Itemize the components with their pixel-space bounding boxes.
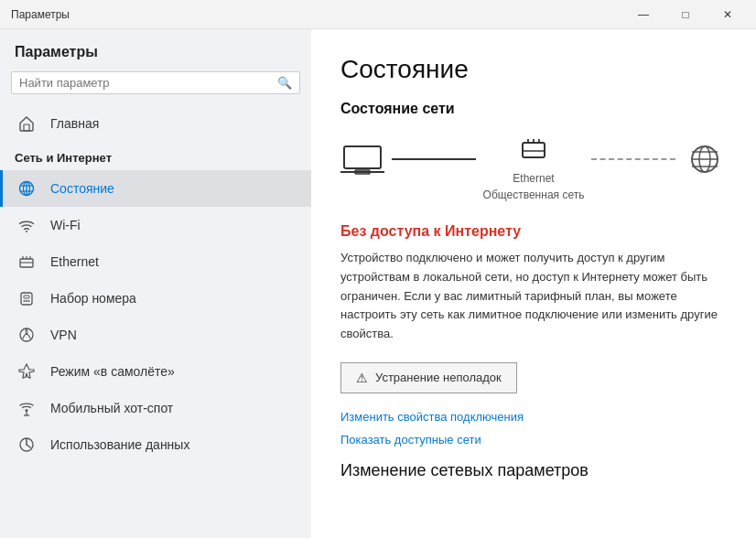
network-status-title: Состояние сети xyxy=(340,101,727,117)
sidebar-item-hotspot-label: Мобильный хот-спот xyxy=(50,401,173,415)
change-section-title: Изменение сетевых параметров xyxy=(340,461,727,480)
svg-rect-13 xyxy=(24,296,29,298)
close-button[interactable]: ✕ xyxy=(707,0,749,29)
sidebar-item-ethernet-label: Ethernet xyxy=(50,254,99,269)
sidebar-item-status-label: Состояние xyxy=(50,181,114,196)
network-line-solid xyxy=(392,158,476,160)
ethernet-port-icon xyxy=(519,135,548,168)
minimize-button[interactable]: — xyxy=(622,0,664,29)
sidebar-search-box[interactable]: 🔍 xyxy=(11,71,300,94)
sidebar-item-airplane-label: Режим «в самолёте» xyxy=(50,364,175,379)
globe-icon xyxy=(683,143,727,176)
show-networks-link[interactable]: Показать доступные сети xyxy=(340,433,727,447)
search-icon: 🔍 xyxy=(277,76,292,90)
sidebar-item-wifi[interactable]: Wi-Fi xyxy=(0,207,311,243)
sidebar-item-status[interactable]: Состояние xyxy=(0,170,311,207)
sidebar-item-dialup-label: Набор номера xyxy=(50,291,136,306)
sidebar-item-home[interactable]: Главная xyxy=(0,105,311,142)
svg-rect-22 xyxy=(344,146,381,168)
svg-point-16 xyxy=(28,300,30,302)
wifi-icon xyxy=(17,216,38,234)
titlebar: Параметры — □ ✕ xyxy=(0,0,756,29)
sidebar-item-datausage-label: Использование данных xyxy=(50,437,189,452)
no-internet-label: Без доступа к Интернету xyxy=(340,223,727,240)
network-type-label: Общественная сеть xyxy=(483,188,585,201)
sidebar-item-vpn[interactable]: VPN xyxy=(0,317,311,353)
svg-point-14 xyxy=(24,300,26,302)
sidebar-item-vpn-label: VPN xyxy=(50,328,77,342)
ethernet-icon xyxy=(17,253,38,271)
sidebar-item-wifi-label: Wi-Fi xyxy=(50,218,81,232)
hotspot-icon xyxy=(17,399,38,417)
laptop-icon-container xyxy=(340,143,384,194)
laptop-icon xyxy=(340,143,384,176)
sidebar-item-airplane[interactable]: Режим «в самолёте» xyxy=(0,353,311,390)
search-input[interactable] xyxy=(19,76,277,90)
sidebar-item-hotspot[interactable]: Мобильный хот-спот xyxy=(0,390,311,426)
globe-icon-container xyxy=(683,143,727,194)
ethernet-label: Ethernet xyxy=(513,172,554,185)
troubleshoot-button[interactable]: ⚠ Устранение неполадок xyxy=(340,362,517,393)
sidebar-section-label: Сеть и Интернет xyxy=(0,142,311,170)
sidebar-item-datausage[interactable]: Использование данных xyxy=(0,426,311,463)
sidebar-item-dialup[interactable]: Набор номера xyxy=(0,280,311,317)
main-content: Состояние Состояние сети xyxy=(311,29,756,538)
sidebar-header: Параметры xyxy=(0,29,311,68)
svg-point-18 xyxy=(26,409,28,412)
sidebar-item-ethernet[interactable]: Ethernet xyxy=(0,243,311,280)
svg-rect-0 xyxy=(24,124,29,131)
home-icon xyxy=(17,114,38,133)
svg-point-6 xyxy=(26,231,27,232)
ethernet-port-container: Ethernet Общественная сеть xyxy=(483,135,585,201)
content-area: Параметры 🔍 Главная Сеть и Интернет xyxy=(0,29,756,538)
page-title: Состояние xyxy=(340,55,727,84)
troubleshoot-label: Устранение неполадок xyxy=(375,371,502,384)
status-icon xyxy=(17,179,38,198)
window-title: Параметры xyxy=(11,8,70,21)
description-text: Устройство подключено и может получить д… xyxy=(340,249,725,344)
network-line-dashed xyxy=(591,158,675,160)
svg-point-15 xyxy=(26,300,27,302)
sidebar: Параметры 🔍 Главная Сеть и Интернет xyxy=(0,29,311,538)
titlebar-controls: — □ ✕ xyxy=(622,0,749,29)
network-diagram: Ethernet Общественная сеть xyxy=(340,135,727,201)
vpn-icon xyxy=(17,326,38,344)
dialup-icon xyxy=(17,289,38,307)
warning-icon: ⚠ xyxy=(356,371,368,385)
change-properties-link[interactable]: Изменить свойства подключения xyxy=(340,410,727,424)
window: Параметры — □ ✕ Параметры 🔍 xyxy=(0,0,756,538)
maximize-button[interactable]: □ xyxy=(664,0,707,29)
sidebar-item-home-label: Главная xyxy=(50,116,99,131)
svg-rect-25 xyxy=(523,143,545,157)
airplane-icon xyxy=(17,362,38,381)
datausage-icon xyxy=(17,436,38,454)
